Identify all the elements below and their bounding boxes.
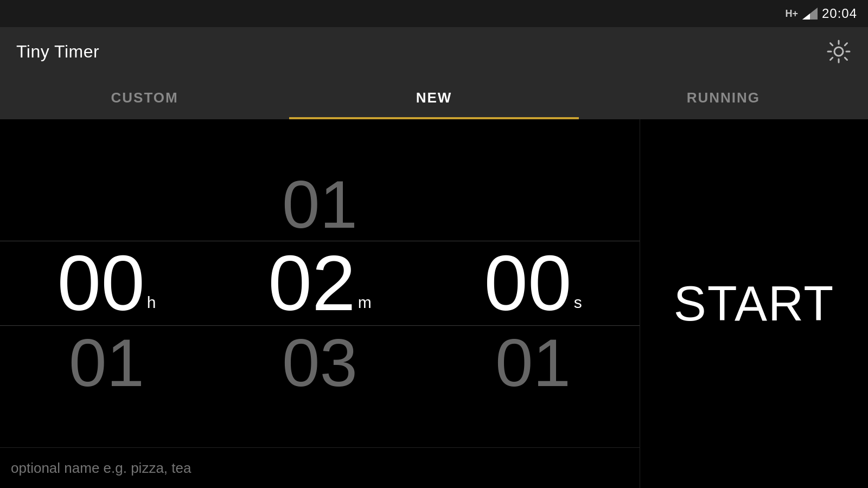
start-button[interactable]: START [640, 119, 868, 488]
spinner-row-selected: 00 h 02 m 00 s [0, 241, 640, 326]
status-bar: H+ 20:04 [0, 0, 868, 27]
hours-unit: h [147, 293, 156, 312]
spinner-row-above: 01 [0, 119, 640, 241]
tab-running[interactable]: RUNNING [579, 76, 868, 119]
hours-below: 01 [20, 329, 194, 396]
seconds-below: 01 [446, 329, 620, 396]
minutes-above: 01 [233, 170, 407, 238]
seconds-unit: s [574, 293, 582, 312]
start-label: START [674, 276, 835, 332]
spinner-section: 01 00 h 02 m 00 s [0, 119, 640, 447]
app-bar: Tiny Timer [0, 27, 868, 76]
name-input-area [0, 447, 640, 488]
tab-bar: CUSTOM NEW RUNNING [0, 76, 868, 119]
signal-icon [802, 8, 818, 20]
hours-selected[interactable]: 00 [58, 244, 145, 323]
signal-type: H+ [785, 8, 798, 20]
timer-area: 01 00 h 02 m 00 s [0, 119, 640, 488]
timer-name-input[interactable] [11, 460, 629, 477]
app-title: Tiny Timer [16, 42, 99, 62]
main-content: 01 00 h 02 m 00 s [0, 119, 868, 488]
tab-custom[interactable]: CUSTOM [0, 76, 289, 119]
status-icons: H+ 20:04 [785, 6, 857, 21]
svg-marker-1 [802, 14, 810, 20]
hours-selected-wrapper: 00 h [20, 244, 194, 323]
seconds-selected-wrapper: 00 s [446, 244, 620, 323]
svg-point-2 [834, 47, 843, 56]
minutes-below: 03 [233, 329, 407, 396]
spinner-row-below: 01 03 01 [0, 326, 640, 447]
status-time: 20:04 [822, 6, 857, 21]
settings-icon[interactable] [826, 38, 852, 65]
minutes-selected-wrapper: 02 m [233, 244, 407, 323]
tab-new[interactable]: NEW [289, 76, 578, 119]
minutes-selected[interactable]: 02 [268, 244, 355, 323]
minutes-unit: m [358, 293, 372, 312]
seconds-selected[interactable]: 00 [484, 244, 571, 323]
